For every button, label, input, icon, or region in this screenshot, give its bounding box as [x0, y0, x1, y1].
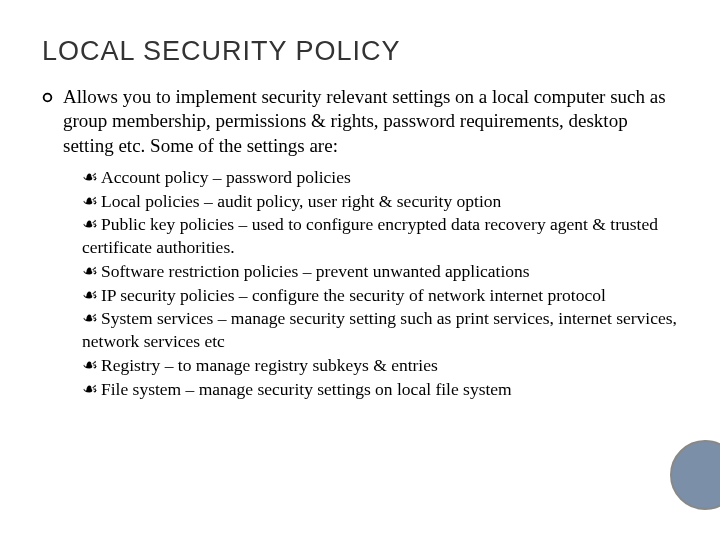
flourish-bullet-icon: ☙ [82, 308, 98, 328]
list-item-text: IP security policies – configure the sec… [101, 285, 606, 305]
main-bullet-text: Allows you to implement security relevan… [63, 85, 678, 158]
list-item: ☙IP security policies – configure the se… [82, 284, 678, 307]
flourish-bullet-icon: ☙ [82, 285, 98, 305]
list-item-text: Local policies – audit policy, user righ… [101, 191, 501, 211]
list-item: ☙Software restriction policies – prevent… [82, 260, 678, 283]
list-item: ☙Local policies – audit policy, user rig… [82, 190, 678, 213]
list-item: ☙Account policy – password policies [82, 166, 678, 189]
list-item-text: Registry – to manage registry subkeys & … [101, 355, 438, 375]
list-item-text: Account policy – password policies [101, 167, 351, 187]
list-item-text: Public key policies – used to configure … [82, 214, 658, 257]
main-bullet: Allows you to implement security relevan… [42, 85, 678, 158]
flourish-bullet-icon: ☙ [82, 167, 98, 187]
flourish-bullet-icon: ☙ [82, 214, 98, 234]
page-title: LOCAL SECURITY POLICY [42, 36, 678, 67]
list-item: ☙Public key policies – used to configure… [82, 213, 678, 259]
circle-bullet-icon [42, 92, 53, 103]
slide: LOCAL SECURITY POLICY Allows you to impl… [0, 0, 720, 540]
flourish-bullet-icon: ☙ [82, 261, 98, 281]
flourish-bullet-icon: ☙ [82, 355, 98, 375]
list-item: ☙System services – manage security setti… [82, 307, 678, 353]
sub-list: ☙Account policy – password policies ☙Loc… [42, 166, 678, 401]
svg-point-0 [44, 94, 52, 102]
list-item-text: File system – manage security settings o… [101, 379, 512, 399]
list-item: ☙File system – manage security settings … [82, 378, 678, 401]
list-item-text: System services – manage security settin… [82, 308, 677, 351]
flourish-bullet-icon: ☙ [82, 191, 98, 211]
list-item-text: Software restriction policies – prevent … [101, 261, 530, 281]
decorative-circle [670, 440, 720, 510]
flourish-bullet-icon: ☙ [82, 379, 98, 399]
list-item: ☙Registry – to manage registry subkeys &… [82, 354, 678, 377]
